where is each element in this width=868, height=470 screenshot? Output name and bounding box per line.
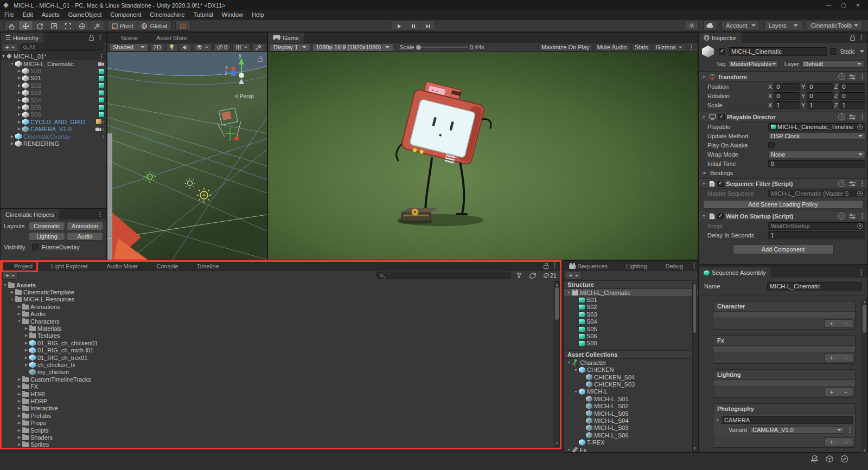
x-field[interactable] <box>776 93 797 99</box>
component-menu-icon[interactable]: ⋮ <box>859 73 865 81</box>
project-search[interactable] <box>376 272 512 279</box>
assembly-name-field[interactable] <box>770 283 859 289</box>
structure-row[interactable]: S05 <box>564 325 698 332</box>
remove-item-button[interactable]: − <box>839 354 853 362</box>
gizmo-lock-icon[interactable] <box>258 58 263 62</box>
collection-row[interactable]: CHICKEN_S04 <box>564 374 698 381</box>
presets-icon[interactable] <box>849 74 856 80</box>
expand-arrow[interactable]: ▼ <box>9 62 15 66</box>
tab-inspector[interactable]: iInspector <box>699 33 741 43</box>
x-field[interactable] <box>776 102 797 108</box>
expand-arrow[interactable]: ▶ <box>16 98 22 102</box>
project-row[interactable]: ▶ HDRI <box>1 390 561 397</box>
hierarchy-row[interactable]: ▼ MICH-L_Cinematic <box>1 60 106 67</box>
rotate-tool-icon[interactable] <box>33 21 47 31</box>
layout-button[interactable]: Audio <box>67 232 103 241</box>
expand-arrow[interactable]: ▶ <box>16 392 22 396</box>
2d-toggle[interactable]: 2D <box>150 43 164 51</box>
expand-arrow[interactable]: ▼ <box>714 418 720 422</box>
scale-tool-icon[interactable] <box>47 21 61 31</box>
layout-dropdown[interactable]: CinematicToolb <box>807 21 863 31</box>
account-dropdown[interactable]: Account <box>722 21 760 31</box>
hierarchy-row[interactable]: ▶ CYCLO_AND_GRID <box>1 118 106 125</box>
project-row[interactable]: ▶ CustomTimelineTracks <box>1 376 561 383</box>
remove-item-button[interactable]: − <box>839 320 853 327</box>
grid-snap-icon[interactable] <box>176 21 190 31</box>
wrap-mode-dropdown[interactable]: None <box>768 151 865 158</box>
hierarchy-row[interactable]: ▶ S04 <box>1 96 106 104</box>
menu-item[interactable]: Component <box>106 10 145 20</box>
hierarchy-row[interactable]: ▶ S01 <box>1 75 106 82</box>
expand-arrow[interactable]: ▶ <box>16 91 22 95</box>
static-checkbox[interactable] <box>830 48 837 55</box>
expand-arrow[interactable]: ▶ <box>16 406 22 410</box>
step-button[interactable] <box>420 21 435 31</box>
expand-arrow[interactable]: ▼ <box>2 283 8 287</box>
scale-slider[interactable] <box>416 45 468 50</box>
component-enabled-checkbox[interactable] <box>717 213 724 220</box>
project-row[interactable]: ▼ MICH-L-Resources <box>1 296 561 303</box>
collection-row[interactable]: ▼ MICH-L <box>564 388 698 395</box>
project-row[interactable]: ▶ Interactive <box>1 405 561 412</box>
expand-arrow[interactable]: ▶ <box>16 69 22 73</box>
project-row[interactable]: ▶ ch_chicken_fx <box>1 361 561 368</box>
expand-arrow[interactable]: ▶ <box>23 341 29 345</box>
scene-tab[interactable]: Asset Store <box>143 33 192 43</box>
sequences-tab[interactable]: Debug <box>652 261 688 271</box>
static-caret-icon[interactable] <box>860 50 864 53</box>
play-on-awake-checkbox[interactable] <box>768 142 775 149</box>
game-menu-icon[interactable]: ⋮ <box>687 44 696 51</box>
tab-sequence-assembly[interactable]: Sequence Assembly <box>699 267 771 278</box>
gameobject-name-field[interactable] <box>731 48 824 55</box>
panel-menu-icon[interactable]: ⋮ <box>691 262 697 269</box>
assembly-scrollbar[interactable]: ▲ ▼ <box>861 299 867 454</box>
collection-row[interactable]: MICH-L_S04 <box>564 417 698 424</box>
hierarchy-row[interactable]: ▶ CAMERA_V1.0 <box>1 126 106 133</box>
help-icon[interactable] <box>838 213 845 220</box>
object-picker-icon[interactable] <box>857 124 863 130</box>
component-enabled-checkbox[interactable] <box>717 181 724 187</box>
expand-arrow[interactable]: ▶ <box>16 76 22 80</box>
remove-item-button[interactable]: − <box>839 388 853 396</box>
minimize-button[interactable]: — <box>826 2 831 8</box>
project-row[interactable]: ▶ Scripts <box>1 427 561 434</box>
row-right-icons[interactable] <box>99 105 105 110</box>
project-row[interactable]: ▶ Sprites <box>1 441 561 448</box>
expand-arrow[interactable]: ▼ <box>573 368 579 372</box>
custom-tools-icon[interactable] <box>90 21 104 31</box>
row-right-icons[interactable] <box>99 91 105 95</box>
menu-item[interactable]: Help <box>247 10 269 20</box>
project-row[interactable]: ▶ Audio <box>1 311 561 318</box>
hierarchy-row[interactable]: ▶ S05 <box>1 104 106 111</box>
row-right-icons[interactable] <box>99 76 105 81</box>
playable-object-field[interactable]: MICH-L_Cinematic_Timeline <box>768 123 865 131</box>
collection-row[interactable]: T-REX <box>564 439 698 446</box>
add-sequence-button[interactable]: + <box>566 272 582 280</box>
panel-menu-icon[interactable]: ⋮ <box>97 34 103 41</box>
create-button[interactable]: + <box>2 272 18 280</box>
expand-arrow[interactable]: ▶ <box>16 305 22 309</box>
object-picker-icon[interactable] <box>857 223 863 229</box>
expand-arrow[interactable]: ▶ <box>9 134 15 139</box>
presets-icon[interactable] <box>849 114 856 120</box>
project-row[interactable]: ▶ Materials <box>1 325 561 332</box>
lock-icon[interactable] <box>89 37 94 41</box>
sequences-tab[interactable]: Lighting <box>612 261 652 271</box>
notifications-muted-icon[interactable] <box>810 455 819 463</box>
expand-arrow[interactable]: ▶ <box>9 141 15 146</box>
variant-menu-icon[interactable]: ⋮ <box>847 427 853 434</box>
project-row[interactable]: ▼ Characters <box>1 318 561 325</box>
expand-arrow[interactable]: ▶ <box>16 312 22 316</box>
hidden-packages-toggle[interactable]: 21 <box>540 272 559 280</box>
game-viewport[interactable] <box>268 52 698 260</box>
add-item-button[interactable]: + <box>825 354 839 362</box>
hierarchy-search[interactable] <box>20 43 105 51</box>
expand-arrow[interactable]: ▶ <box>9 290 15 294</box>
x-field[interactable] <box>776 83 797 90</box>
scene-effects-dropdown[interactable] <box>193 43 212 51</box>
row-right-icons[interactable] <box>95 126 105 132</box>
expand-arrow[interactable]: ▼ <box>9 298 15 301</box>
row-right-icons[interactable] <box>103 133 105 139</box>
help-icon[interactable] <box>838 180 845 188</box>
expand-arrow[interactable]: ▼ <box>573 390 579 394</box>
